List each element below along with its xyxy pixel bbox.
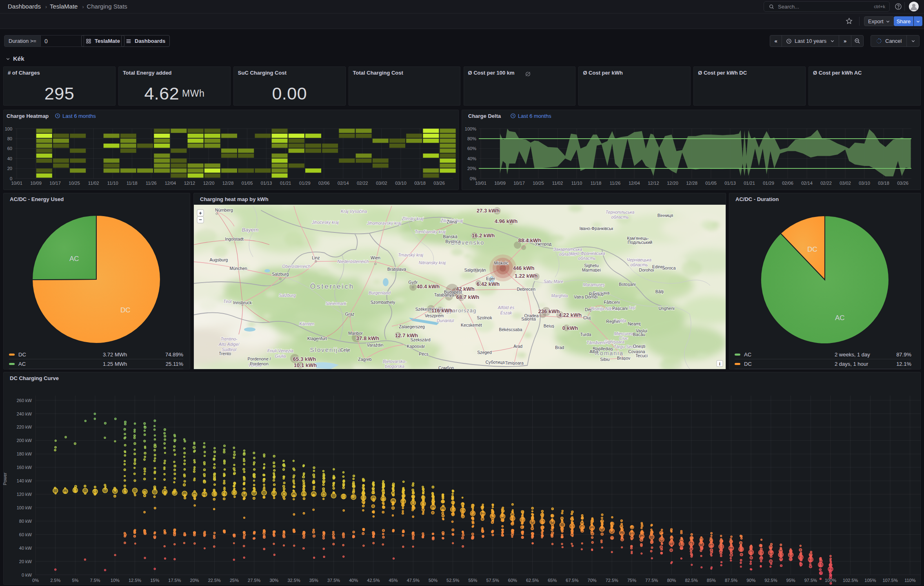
svg-text:Salgótarján: Salgótarján [464, 268, 486, 272]
svg-text:4.96 kWh: 4.96 kWh [495, 218, 518, 224]
svg-text:140 kW: 140 kW [17, 478, 32, 483]
svg-text:62.5%: 62.5% [526, 578, 539, 583]
svg-text:Sibiu: Sibiu [600, 357, 610, 362]
svg-text:Banská: Banská [443, 234, 457, 239]
svg-text:40: 40 [7, 156, 12, 161]
svg-text:Steiermark: Steiermark [326, 301, 347, 306]
svg-text:25%: 25% [230, 578, 239, 583]
svg-text:Vaslui: Vaslui [636, 328, 647, 333]
svg-text:70%: 70% [588, 578, 597, 583]
svg-text:Чернівецька: Чернівецька [627, 257, 651, 262]
svg-text:6.42 kWh: 6.42 kWh [477, 281, 500, 287]
svg-text:27.5%: 27.5% [248, 578, 260, 583]
svg-text:60%: 60% [467, 146, 476, 151]
svg-text:Giulia: Giulia [275, 354, 286, 358]
svg-text:Power: Power [2, 472, 7, 485]
svg-text:Linz: Linz [312, 255, 320, 260]
svg-text:4.22 kWh: 4.22 kWh [559, 312, 582, 318]
svg-text:01/05: 01/05 [705, 181, 717, 186]
svg-text:Jihomoravský kraj: Jihomoravský kraj [366, 221, 402, 226]
svg-text:Onești: Onești [633, 344, 645, 349]
svg-text:52.5%: 52.5% [446, 578, 459, 583]
svg-text:82.5%: 82.5% [685, 578, 697, 583]
svg-text:область: область [611, 214, 629, 219]
svg-text:200 kW: 200 kW [17, 438, 32, 443]
svg-text:11/10: 11/10 [107, 181, 118, 186]
svg-text:80: 80 [7, 136, 12, 141]
svg-text:Trentino-: Trentino- [220, 336, 238, 341]
svg-text:Augsburg: Augsburg [210, 257, 228, 262]
svg-text:65.3 kWh: 65.3 kWh [293, 356, 316, 362]
svg-text:80%: 80% [467, 136, 476, 141]
svg-text:107.5%: 107.5% [882, 578, 898, 583]
svg-text:116 kWh: 116 kWh [431, 307, 453, 314]
svg-text:85%: 85% [707, 578, 716, 583]
svg-text:Подільський: Подільський [628, 240, 652, 245]
svg-text:Niederösterreich: Niederösterreich [337, 259, 369, 264]
svg-text:20: 20 [7, 166, 12, 171]
svg-text:Вінниця: Вінниця [657, 213, 673, 218]
svg-text:32.5%: 32.5% [287, 578, 300, 583]
svg-text:Klagenfurt: Klagenfurt [307, 336, 327, 341]
svg-text:Brașov: Brașov [617, 356, 631, 360]
svg-text:Dorohoi: Dorohoi [639, 268, 654, 272]
svg-text:Сомбор: Сомбор [438, 365, 454, 370]
svg-text:100: 100 [5, 126, 12, 131]
svg-text:10/17: 10/17 [49, 181, 61, 186]
svg-text:50%: 50% [429, 578, 438, 583]
svg-text:60 kW: 60 kW [19, 532, 32, 537]
svg-text:Innsbruck: Innsbruck [233, 300, 252, 305]
svg-text:Reghin: Reghin [606, 319, 620, 324]
svg-text:Суботица: Суботица [485, 360, 504, 365]
svg-text:Trento: Trento [219, 351, 231, 356]
svg-text:+: + [199, 210, 202, 216]
svg-text:Cluj: Cluj [583, 315, 591, 320]
svg-text:Oberösterreich: Oberösterreich [282, 264, 311, 269]
svg-text:75%: 75% [627, 578, 636, 583]
svg-text:10.1 kWh: 10.1 kWh [294, 362, 317, 368]
svg-text:0%: 0% [32, 578, 39, 583]
svg-text:Žilina: Žilina [446, 219, 457, 224]
svg-text:7.5%: 7.5% [90, 578, 100, 583]
svg-text:Ingolstadt: Ingolstadt [225, 237, 244, 241]
svg-text:Maramureș: Maramureș [583, 282, 605, 287]
svg-text:220 kW: 220 kW [17, 425, 32, 429]
svg-text:67.5%: 67.5% [566, 578, 578, 583]
svg-text:12/12: 12/12 [184, 181, 195, 186]
svg-text:Botoșani: Botoșani [619, 282, 636, 287]
svg-text:72.5%: 72.5% [606, 578, 618, 583]
svg-text:42.5%: 42.5% [367, 578, 380, 583]
svg-text:Ungheni: Ungheni [658, 306, 674, 311]
svg-text:40 kW: 40 kW [19, 546, 32, 551]
svg-text:01/29: 01/29 [763, 181, 774, 186]
svg-text:Wien: Wien [371, 255, 380, 260]
svg-text:Slovenija: Slovenija [310, 346, 342, 353]
svg-text:12/20: 12/20 [667, 181, 678, 186]
svg-text:Kraj Vysočina: Kraj Vysočina [341, 209, 367, 214]
svg-text:12/04: 12/04 [165, 181, 176, 186]
svg-text:47.5%: 47.5% [407, 578, 420, 583]
svg-text:80 kW: 80 kW [19, 519, 32, 524]
svg-text:15%: 15% [150, 578, 159, 583]
svg-text:Miskolc: Miskolc [494, 261, 508, 265]
svg-text:11/18: 11/18 [591, 181, 602, 186]
svg-text:Bayern: Bayern [242, 227, 258, 233]
svg-text:область: область [578, 256, 596, 261]
svg-text:03/10: 03/10 [395, 181, 406, 186]
svg-text:12.7 kWh: 12.7 kWh [395, 332, 418, 338]
svg-text:Nitriansky kraj: Nitriansky kraj [419, 260, 446, 265]
svg-text:Tecuci: Tecuci [635, 353, 648, 358]
svg-text:37.8 kWh: 37.8 kWh [356, 335, 379, 341]
svg-text:01/29: 01/29 [299, 181, 311, 186]
svg-text:10/25: 10/25 [69, 181, 80, 186]
svg-text:11/02: 11/02 [552, 181, 563, 186]
svg-text:12/04: 12/04 [629, 181, 640, 186]
svg-text:Alto Adige/: Alto Adige/ [218, 342, 240, 347]
svg-text:12/12: 12/12 [648, 181, 659, 186]
svg-text:Zalaegerszeg: Zalaegerszeg [399, 324, 425, 329]
svg-text:10/09: 10/09 [494, 181, 506, 186]
svg-text:80%: 80% [667, 578, 676, 583]
svg-text:01/21: 01/21 [744, 181, 755, 186]
svg-text:260 kW: 260 kW [17, 398, 32, 403]
svg-text:40%: 40% [467, 156, 476, 161]
